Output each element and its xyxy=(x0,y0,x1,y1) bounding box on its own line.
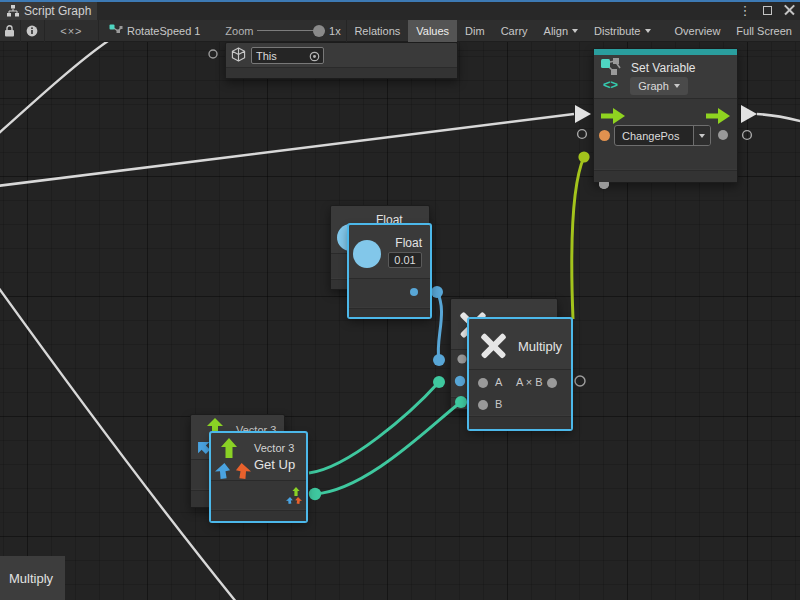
variable-select-dropdown[interactable]: ChangePos xyxy=(614,125,711,146)
chevron-down-icon xyxy=(572,29,578,33)
node-footer xyxy=(211,510,306,521)
variable-name: ChangePos xyxy=(615,126,693,145)
wire-start-blue-dot[interactable] xyxy=(431,286,443,298)
node-footer xyxy=(349,308,430,317)
node-body xyxy=(211,480,306,509)
multiply-icon xyxy=(478,329,509,360)
minimap-node-label: Multiply xyxy=(0,556,65,600)
float-value-input[interactable]: 0.01 xyxy=(388,252,422,268)
object-picker-icon[interactable] xyxy=(309,51,320,62)
variable-kind-bar xyxy=(594,49,737,55)
input-a-port[interactable] xyxy=(478,378,488,388)
input-b-label: B xyxy=(495,398,502,410)
port-multiply-back-b[interactable] xyxy=(455,376,465,386)
input-a-label: A xyxy=(495,376,502,388)
close-icon xyxy=(784,5,795,16)
title-bar: Script Graph ⋮ xyxy=(0,0,800,20)
breadcrumb-graph[interactable]: RotateSpeed 1 xyxy=(99,20,208,42)
window-close-button[interactable] xyxy=(782,3,796,17)
input-b-port[interactable] xyxy=(478,400,488,410)
wire-end-olive-dot[interactable] xyxy=(578,151,589,162)
flow-out-port[interactable] xyxy=(706,108,730,124)
node-title: Multiply xyxy=(518,339,562,354)
distribute-dropdown[interactable]: Distribute xyxy=(586,20,658,42)
node-title: Float xyxy=(395,236,422,250)
overview-button[interactable]: Overview xyxy=(667,20,729,42)
node-footer xyxy=(226,67,457,78)
tab-label: Script Graph xyxy=(24,4,91,18)
node-set-variable[interactable]: <> Set Variable Graph ChangePos xyxy=(593,48,738,183)
node-footer xyxy=(594,170,737,182)
float-literal-icon xyxy=(353,240,381,268)
align-dropdown[interactable]: Align xyxy=(536,20,586,42)
chevron-down-icon xyxy=(674,84,680,88)
this-value: This xyxy=(256,50,277,62)
output-port[interactable] xyxy=(547,378,557,388)
corner-label-text: Multiply xyxy=(9,571,53,586)
lock-button[interactable] xyxy=(0,20,20,42)
node-title: Vector 3 xyxy=(254,442,294,454)
lock-icon xyxy=(4,25,15,37)
values-button[interactable]: Values xyxy=(408,20,457,42)
zoom-label: Zoom xyxy=(225,25,253,37)
cube-icon xyxy=(231,47,246,62)
node-multiply-duplicate[interactable]: Multiply A A × B B xyxy=(468,318,572,430)
script-graph-icon xyxy=(109,24,123,37)
relations-button[interactable]: Relations xyxy=(346,20,408,42)
align-label: Align xyxy=(544,25,568,37)
zoom-slider-handle[interactable] xyxy=(313,25,325,37)
code-icon: <×> xyxy=(60,25,82,37)
flow-in-port[interactable] xyxy=(601,108,625,124)
graph-toolbar: <×> RotateSpeed 1 Zoom 1x Relations Valu… xyxy=(0,20,800,42)
zoom-slider[interactable] xyxy=(257,20,325,42)
edit-source-button[interactable]: <×> xyxy=(45,20,99,42)
node-title: Set Variable xyxy=(631,61,695,75)
set-variable-icon: <> xyxy=(600,58,626,92)
info-icon xyxy=(26,25,38,37)
wire-start-teal-dot[interactable] xyxy=(309,488,321,500)
float-value: 0.01 xyxy=(394,254,415,266)
port-multiply-back-a[interactable] xyxy=(457,354,466,363)
node-body: ChangePos xyxy=(594,98,737,169)
node-body xyxy=(349,278,430,307)
float-output-port[interactable] xyxy=(410,288,418,296)
graph-name: RotateSpeed 1 xyxy=(127,25,200,37)
inspect-button[interactable] xyxy=(21,20,44,42)
window-menu-button[interactable]: ⋮ xyxy=(738,3,752,17)
variable-scope-dropdown[interactable]: Graph xyxy=(630,77,688,95)
unity-script-graph-window: Script Graph ⋮ <×> xyxy=(0,0,800,600)
maximize-icon xyxy=(763,6,772,15)
this-object-field[interactable]: This xyxy=(251,47,324,64)
node-this[interactable]: This xyxy=(225,42,458,79)
node-float-duplicate[interactable]: Float 0.01 xyxy=(348,224,431,318)
node-subtitle: Get Up xyxy=(254,457,295,472)
node-footer xyxy=(469,416,571,429)
distribute-label: Distribute xyxy=(594,25,640,37)
output-label: A × B xyxy=(516,376,543,388)
fullscreen-button[interactable]: Full Screen xyxy=(728,20,800,42)
window-maximize-button[interactable] xyxy=(760,3,774,17)
carry-button[interactable]: Carry xyxy=(493,20,536,42)
chevron-down-icon xyxy=(699,134,705,138)
wire-end-teal-dot[interactable] xyxy=(433,376,445,388)
vector3-output-port[interactable] xyxy=(285,487,303,505)
node-vector3-getup-duplicate[interactable]: Vector 3 Get Up xyxy=(210,432,307,522)
active-window-indicator xyxy=(0,0,800,2)
value-output-port[interactable] xyxy=(718,130,728,140)
variable-name-port[interactable] xyxy=(599,130,610,141)
zoom-value: 1x xyxy=(329,25,341,37)
vector3-getup-icon xyxy=(215,438,253,480)
scope-label: Graph xyxy=(638,80,669,92)
chevron-down-icon xyxy=(645,29,651,33)
graph-hierarchy-icon xyxy=(7,5,19,17)
tab-script-graph[interactable]: Script Graph xyxy=(0,2,97,20)
dim-button[interactable]: Dim xyxy=(457,20,493,42)
svg-text:<>: <> xyxy=(603,77,619,92)
node-body: A A × B B xyxy=(469,369,571,415)
wire-end-blue-dot[interactable] xyxy=(433,354,445,366)
wire-end-teal-dot2[interactable] xyxy=(455,396,467,408)
